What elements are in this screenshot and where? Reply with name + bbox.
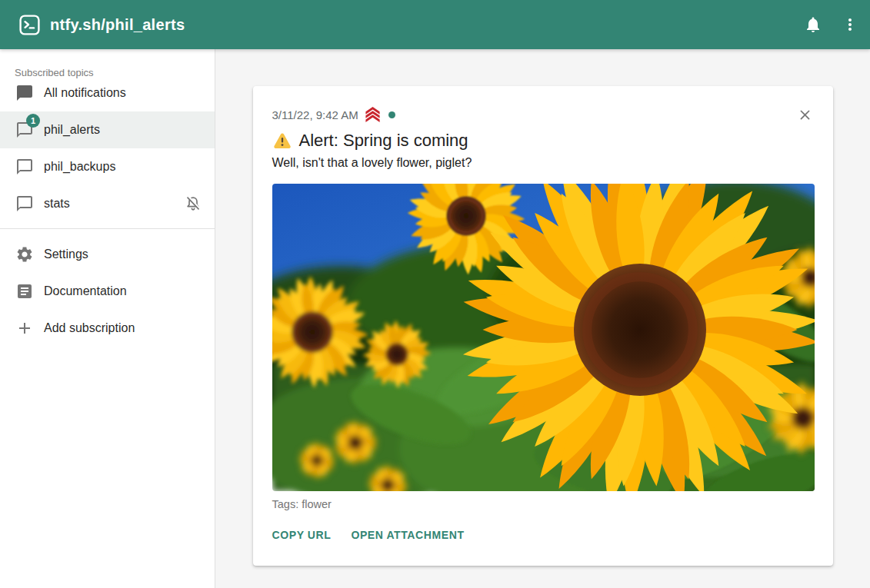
sidebar-item-all-notifications[interactable]: All notifications (0, 75, 215, 111)
plus-icon (15, 319, 34, 337)
chat-bubble-outline-icon: 1 (15, 121, 34, 139)
app-logo-icon[interactable] (19, 15, 40, 35)
sidebar-item-label: Add subscription (44, 321, 135, 335)
notification-card: 3/11/22, 9:42 AM (253, 86, 833, 566)
sidebar-item-settings[interactable]: Settings (0, 236, 215, 273)
notification-actions: COPY URL OPEN ATTACHMENT (266, 523, 815, 547)
sidebar-item-label: phil_backups (44, 160, 115, 174)
gear-icon (15, 245, 34, 264)
bell-icon (804, 15, 822, 34)
priority-max-icon (364, 107, 382, 122)
main-content: 3/11/22, 9:42 AM (215, 49, 870, 588)
sidebar-menu: Settings Documentation Add subscription (0, 236, 215, 347)
close-icon (797, 107, 813, 123)
notification-body: Well, isn't that a lovely flower, piglet… (272, 154, 815, 171)
notification-meta-row: 3/11/22, 9:42 AM (272, 106, 815, 123)
sidebar: Subscribed topics All notifications 1 ph… (0, 49, 215, 588)
open-attachment-button[interactable]: OPEN ATTACHMENT (345, 523, 470, 547)
notification-title-text: Alert: Spring is coming (299, 129, 468, 152)
sidebar-item-documentation[interactable]: Documentation (0, 273, 215, 310)
sidebar-item-phil-backups[interactable]: phil_backups (0, 148, 215, 185)
sidebar-item-label: All notifications (44, 86, 126, 100)
warning-icon (272, 131, 292, 150)
more-vert-icon (841, 15, 859, 34)
bell-off-icon (184, 194, 202, 213)
article-icon (15, 282, 34, 301)
overflow-menu-button[interactable] (832, 6, 868, 43)
notification-title: Alert: Spring is coming (272, 129, 815, 152)
sidebar-divider (0, 228, 215, 229)
sidebar-item-label: phil_alerts (44, 123, 100, 137)
sidebar-item-label: stats (44, 197, 70, 211)
chat-bubble-outline-icon (15, 194, 34, 213)
chat-bubble-filled-icon (15, 84, 34, 102)
page-title: ntfy.sh/phil_alerts (50, 16, 795, 34)
copy-url-button[interactable]: COPY URL (266, 523, 338, 547)
appbar-actions (795, 6, 870, 43)
notifications-button[interactable] (795, 6, 832, 43)
notification-tags: Tags: flower (272, 498, 815, 510)
sidebar-item-phil-alerts[interactable]: 1 phil_alerts (0, 111, 215, 148)
sidebar-item-label: Settings (44, 247, 88, 261)
timestamp: 3/11/22, 9:42 AM (272, 108, 358, 121)
chat-bubble-outline-icon (15, 158, 34, 176)
topic-list: All notifications 1 phil_alerts phil_bac… (0, 75, 215, 222)
attachment-image[interactable] (272, 184, 815, 491)
sidebar-item-add-subscription[interactable]: Add subscription (0, 310, 215, 347)
sidebar-section-label: Subscribed topics (0, 49, 215, 75)
app-bar: ntfy.sh/phil_alerts (0, 0, 870, 49)
close-notification-button[interactable] (796, 105, 815, 124)
sidebar-item-stats[interactable]: stats (0, 185, 215, 222)
sidebar-item-label: Documentation (44, 284, 127, 298)
unread-dot (388, 111, 395, 118)
unread-count-badge: 1 (26, 114, 40, 128)
